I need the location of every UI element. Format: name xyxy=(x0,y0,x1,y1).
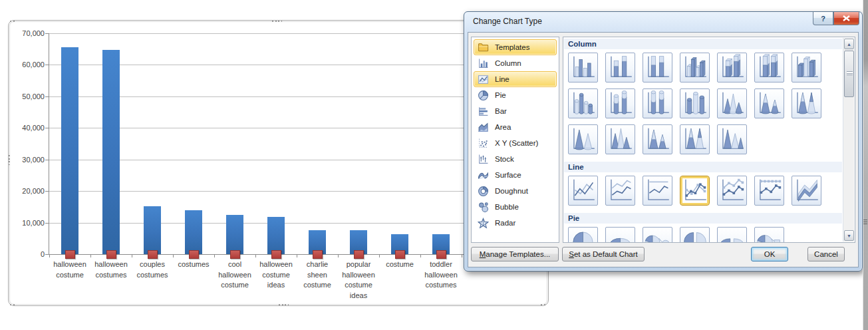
surface-chart-icon xyxy=(478,170,489,180)
series-marker[interactable] xyxy=(65,250,75,259)
chart-type-thumbnail-clustered-column-3d[interactable] xyxy=(680,53,710,82)
chart-type-thumbnail-clustered-pyramid[interactable] xyxy=(605,124,635,154)
chart-type-thumbnail-100pct-stacked-column[interactable] xyxy=(643,53,672,82)
chart-handle-bottom-center[interactable] xyxy=(279,304,289,305)
chart-bar[interactable] xyxy=(226,215,243,254)
series-marker[interactable] xyxy=(106,250,116,259)
sidebar-item-pie[interactable]: Pie xyxy=(474,87,557,103)
chart-type-thumbnail-line-with-markers[interactable] xyxy=(680,176,710,206)
x-axis-category-label: costume xyxy=(378,259,422,270)
scroll-down-button[interactable]: ▼ xyxy=(844,230,854,241)
sidebar-item-surface[interactable]: Surface xyxy=(474,167,557,183)
chart-type-thumbnail-stacked-column[interactable] xyxy=(605,53,635,82)
change-chart-type-dialog: Change Chart Type ? TemplatesColumnLineP… xyxy=(464,11,863,271)
sidebar-item-label: Stock xyxy=(495,155,514,163)
sidebar-item-bar[interactable]: Bar xyxy=(474,103,557,119)
manage-templates-button[interactable]: Manage Templates... xyxy=(471,247,559,261)
chart-type-thumbnail-stacked-line[interactable] xyxy=(605,176,635,206)
chart-type-thumbnail-exploded-pie[interactable] xyxy=(680,227,710,242)
chart-type-thumbnail-column-3d[interactable] xyxy=(792,53,821,82)
gallery-row xyxy=(563,88,843,124)
chart-type-thumbnail-line[interactable] xyxy=(568,176,598,206)
chart-handle-left-middle[interactable] xyxy=(9,155,10,165)
chart-type-thumbnail-stacked-line-with-markers[interactable] xyxy=(717,176,747,206)
x-axis-category-label: couples costumes xyxy=(130,259,174,280)
bar-chart-icon xyxy=(478,106,489,116)
series-marker[interactable] xyxy=(189,250,199,259)
chart-bar[interactable] xyxy=(267,217,285,254)
series-marker[interactable] xyxy=(354,250,364,259)
x-axis-category-label: halloween costume xyxy=(48,259,92,280)
chart-type-thumbnail-pie-3d[interactable] xyxy=(605,227,635,242)
sidebar-item-line[interactable]: Line xyxy=(474,71,557,87)
chart-type-thumbnail-stacked-cylinder[interactable] xyxy=(605,88,635,118)
sidebar-item-templates[interactable]: Templates xyxy=(474,39,557,55)
dialog-title: Change Chart Type xyxy=(473,17,542,26)
chart-type-thumbnail-line-3d[interactable] xyxy=(792,176,821,206)
chart-type-thumbnail-pyramid-3d[interactable] xyxy=(717,124,747,154)
scroll-up-button[interactable]: ▲ xyxy=(844,39,854,49)
chart-handle-bottom-right[interactable] xyxy=(541,304,547,305)
x-axis-tick-mark xyxy=(297,255,297,257)
chart-type-thumbnail-stacked-cone[interactable] xyxy=(754,88,784,118)
series-marker[interactable] xyxy=(271,250,281,259)
cancel-button[interactable]: Cancel xyxy=(807,247,845,261)
series-marker[interactable] xyxy=(395,250,405,259)
chart-type-thumbnail-clustered-column[interactable] xyxy=(568,53,598,82)
sidebar-item-label: Pie xyxy=(495,91,506,99)
gallery-row xyxy=(563,176,843,212)
chart-type-thumbnail-100pct-stacked-cone[interactable] xyxy=(792,88,821,118)
help-button[interactable]: ? xyxy=(813,12,833,25)
gallery-scrollbar[interactable]: ▲ ▼ xyxy=(843,38,854,242)
chart-type-thumbnail-100pct-stacked-line-with-markers[interactable] xyxy=(754,176,784,206)
set-as-default-chart-button[interactable]: Set as Default Chart xyxy=(562,247,645,261)
sidebar-item-x-y-scatter[interactable]: X Y (Scatter) xyxy=(474,135,557,151)
column-chart-icon xyxy=(478,58,489,69)
chart-type-thumbnail-pie[interactable] xyxy=(568,227,598,242)
series-marker[interactable] xyxy=(230,250,240,259)
sidebar-item-label: Line xyxy=(495,75,509,83)
y-axis-line xyxy=(49,33,49,254)
chart-bar[interactable] xyxy=(61,47,78,254)
sidebar-item-radar[interactable]: Radar xyxy=(474,215,557,231)
scrollbar-thumb[interactable] xyxy=(844,51,854,97)
x-axis-tick-mark xyxy=(420,255,421,257)
chart-type-thumbnail-clustered-cone[interactable] xyxy=(717,88,747,118)
sidebar-item-column[interactable]: Column xyxy=(474,55,557,71)
pie-chart-icon xyxy=(478,90,489,100)
chart-type-thumbnail-100pct-stacked-column-3d[interactable] xyxy=(754,53,784,82)
series-marker[interactable] xyxy=(313,250,323,259)
series-marker[interactable] xyxy=(436,250,446,259)
dialog-body: TemplatesColumnLinePieBarAreaX Y (Scatte… xyxy=(468,32,859,267)
chart-type-thumbnail-cone-3d[interactable] xyxy=(568,124,598,154)
chart-type-thumbnail-pie-of-pie[interactable] xyxy=(643,227,672,242)
chart-type-thumbnail-100pct-stacked-line[interactable] xyxy=(643,176,672,206)
application-scrollbar-strip[interactable] xyxy=(863,0,868,330)
sidebar-item-stock[interactable]: Stock xyxy=(474,151,557,167)
close-button[interactable] xyxy=(833,12,859,25)
chart-type-thumbnail-stacked-column-3d[interactable] xyxy=(717,53,747,82)
chart-handle-top-left[interactable] xyxy=(10,21,16,22)
chart-type-thumbnail-100pct-stacked-pyramid[interactable] xyxy=(680,124,710,154)
x-axis-tick-mark xyxy=(132,255,132,257)
y-axis-tick-label: 70,000 xyxy=(10,29,45,37)
chart-type-thumbnail-cylinder-3d[interactable] xyxy=(680,88,710,118)
chart-type-thumbnail-100pct-stacked-cylinder[interactable] xyxy=(643,88,672,118)
sidebar-item-bubble[interactable]: Bubble xyxy=(474,199,557,215)
chart-bar[interactable] xyxy=(102,50,120,254)
ok-button[interactable]: OK xyxy=(751,247,788,261)
chart-bar[interactable] xyxy=(185,210,202,254)
chart-handle-top-center[interactable] xyxy=(272,21,282,22)
series-marker[interactable] xyxy=(148,250,158,259)
x-axis-category-label: costumes xyxy=(172,259,216,270)
gallery-section-header-column: Column xyxy=(564,39,842,49)
chart-bar[interactable] xyxy=(144,206,161,254)
chart-type-thumbnail-exploded-pie-3d[interactable] xyxy=(717,227,747,242)
chart-type-thumbnail-clustered-cylinder[interactable] xyxy=(568,88,598,118)
chart-handle-bottom-left[interactable] xyxy=(10,304,16,305)
y-axis-tick-label: 50,000 xyxy=(10,92,45,100)
chart-type-thumbnail-stacked-pyramid[interactable] xyxy=(643,124,672,154)
sidebar-item-doughnut[interactable]: Doughnut xyxy=(474,183,557,199)
chart-type-thumbnail-bar-of-pie[interactable] xyxy=(754,227,784,242)
sidebar-item-area[interactable]: Area xyxy=(474,119,557,135)
